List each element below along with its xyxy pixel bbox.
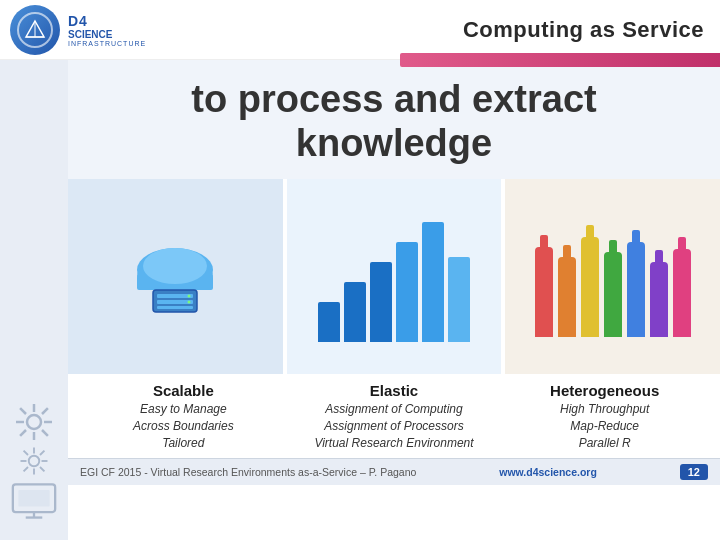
- image-panels: [68, 179, 720, 374]
- logo-area: D4 SCIENCE INFRASTRUCTURE: [0, 5, 220, 55]
- glass-bar: [370, 262, 392, 342]
- logo-text: D4 SCIENCE INFRASTRUCTURE: [68, 13, 146, 47]
- header: D4 SCIENCE INFRASTRUCTURE Computing as S…: [0, 0, 720, 60]
- bottle: [604, 252, 622, 337]
- left-deco: [0, 60, 68, 540]
- col-elastic: Elastic Assignment of ComputingAssignmen…: [289, 382, 500, 451]
- footer-bar: EGI CF 2015 - Virtual Research Environme…: [68, 458, 720, 485]
- logo-inner: [17, 12, 53, 48]
- col-heterogeneous: Heterogeneous High ThroughputMap-ReduceP…: [499, 382, 710, 451]
- glass-bar: [344, 282, 366, 342]
- monitor-icon: [11, 482, 57, 520]
- main-heading: to process and extract knowledge: [68, 60, 720, 179]
- svg-line-9: [42, 430, 48, 436]
- bottle: [581, 237, 599, 337]
- bottles-panel: [505, 179, 720, 374]
- deco-bar: [400, 53, 720, 67]
- glasses-illustration: [304, 212, 484, 342]
- svg-point-29: [143, 248, 207, 284]
- svg-point-35: [188, 300, 191, 303]
- svg-line-11: [20, 430, 26, 436]
- logo-svg: [24, 19, 46, 41]
- text-columns: Scalable Easy to ManageAcross Boundaries…: [68, 374, 720, 457]
- logo-science-text: SCIENCE: [68, 29, 146, 40]
- svg-point-12: [29, 456, 40, 467]
- svg-line-18: [40, 467, 44, 471]
- logo-infra-text: INFRASTRUCTURE: [68, 40, 146, 47]
- footer-link[interactable]: www.d4science.org: [499, 466, 597, 478]
- glass-bar: [448, 257, 470, 342]
- bottles-illustration: [523, 217, 703, 337]
- cloud-illustration: [115, 227, 235, 327]
- col-scalable-title: Scalable: [86, 382, 281, 399]
- logo-circle: [10, 5, 60, 55]
- page-wrapper: D4 SCIENCE INFRASTRUCTURE Computing as S…: [0, 0, 720, 540]
- heading-line1: to process and extract: [191, 78, 596, 120]
- col-heterogeneous-body: High ThroughputMap-ReduceParallel R: [507, 401, 702, 451]
- svg-point-3: [27, 415, 41, 429]
- col-scalable: Scalable Easy to ManageAcross Boundaries…: [78, 382, 289, 451]
- svg-line-10: [42, 408, 48, 414]
- bottle: [673, 249, 691, 337]
- header-title-area: Computing as Service: [220, 17, 720, 43]
- svg-line-8: [20, 408, 26, 414]
- heading-line2: knowledge: [296, 122, 492, 164]
- col-elastic-body: Assignment of ComputingAssignment of Pro…: [297, 401, 492, 451]
- body-section: to process and extract knowledge: [0, 60, 720, 540]
- footer-page-badge: 12: [680, 464, 708, 480]
- svg-line-17: [24, 451, 28, 455]
- gear-icon-top: [14, 402, 54, 442]
- glass-bar: [422, 222, 444, 342]
- col-elastic-title: Elastic: [297, 382, 492, 399]
- bottle: [650, 262, 668, 337]
- bottle: [558, 257, 576, 337]
- svg-line-19: [40, 451, 44, 455]
- content-inner: to process and extract knowledge: [68, 60, 720, 540]
- svg-point-34: [188, 294, 191, 297]
- cloud-panel: [68, 179, 283, 374]
- col-heterogeneous-title: Heterogeneous: [507, 382, 702, 399]
- gear-icon-bottom: [19, 446, 49, 476]
- svg-rect-22: [18, 490, 49, 507]
- header-title: Computing as Service: [463, 17, 704, 43]
- page-heading: to process and extract knowledge: [88, 78, 700, 165]
- glass-bar: [318, 302, 340, 342]
- bottle: [535, 247, 553, 337]
- svg-line-20: [24, 467, 28, 471]
- glass-bar: [396, 242, 418, 342]
- bottle: [627, 242, 645, 337]
- col-scalable-body: Easy to ManageAcross BoundariesTailored: [86, 401, 281, 451]
- logo-d4-text: D4: [68, 13, 146, 29]
- glasses-panel: [287, 179, 502, 374]
- footer-citation: EGI CF 2015 - Virtual Research Environme…: [80, 466, 416, 478]
- svg-rect-33: [157, 306, 193, 309]
